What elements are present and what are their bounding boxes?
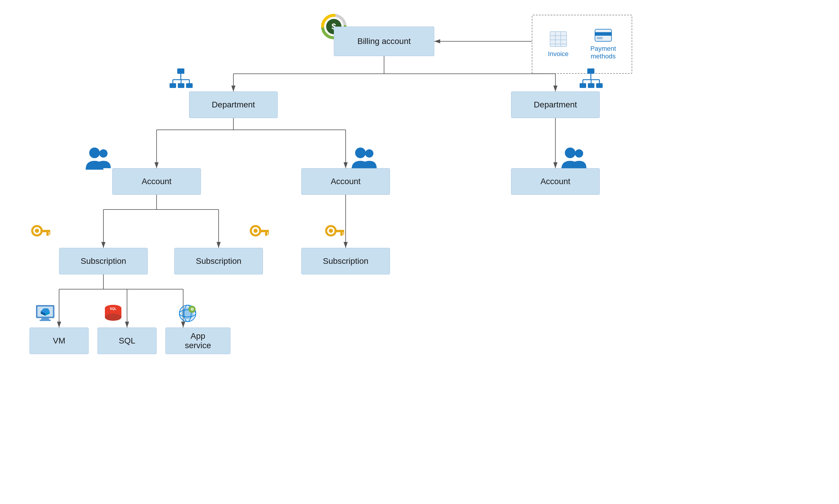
acct-right-label: Account — [540, 177, 570, 186]
svg-rect-68 — [268, 232, 269, 235]
appservice-icon: ⚙ — [177, 304, 198, 325]
invoice-payment-box: Invoice Payment methods — [532, 15, 632, 74]
svg-rect-36 — [170, 83, 176, 88]
svg-point-83 — [105, 314, 121, 321]
svg-rect-26 — [550, 32, 567, 47]
svg-point-56 — [355, 147, 366, 158]
sub-left-node: Subscription — [59, 248, 148, 274]
sql-label: SQL — [119, 336, 135, 345]
svg-point-65 — [254, 229, 258, 233]
svg-rect-33 — [595, 32, 612, 36]
svg-rect-66 — [259, 230, 269, 232]
acct-left-label: Account — [141, 177, 171, 186]
svg-rect-47 — [596, 83, 603, 88]
svg-rect-72 — [340, 232, 343, 236]
acct-mid-label: Account — [330, 177, 360, 186]
billing-account-label: Billing account — [358, 37, 411, 46]
dept-right-icon — [579, 68, 603, 93]
invoice-item: Invoice — [548, 31, 569, 58]
diagram-container: $ Billing account Invoice — [0, 0, 839, 504]
svg-point-54 — [89, 147, 100, 158]
svg-rect-61 — [40, 230, 50, 232]
svg-text:⚙: ⚙ — [190, 307, 194, 312]
sub-midright-label: Subscription — [323, 256, 369, 266]
svg-rect-38 — [186, 83, 193, 88]
sub-midleft-label: Subscription — [196, 256, 241, 266]
acct-left-icon — [83, 145, 112, 175]
payment-item: Payment methods — [590, 29, 616, 60]
svg-point-57 — [575, 149, 583, 158]
svg-point-70 — [329, 229, 333, 233]
svg-rect-77 — [39, 320, 51, 321]
svg-rect-35 — [177, 69, 184, 74]
dept-left-label: Department — [212, 100, 255, 109]
key-left-icon — [31, 224, 50, 248]
svg-point-53 — [99, 149, 107, 158]
dept-left-node: Department — [189, 91, 278, 118]
svg-rect-71 — [335, 230, 344, 232]
svg-rect-62 — [46, 232, 49, 236]
invoice-label: Invoice — [548, 50, 569, 58]
dept-right-node: Department — [511, 91, 600, 118]
svg-rect-46 — [588, 83, 594, 88]
vm-icon — [35, 304, 55, 325]
svg-rect-44 — [587, 69, 594, 74]
svg-rect-63 — [49, 232, 50, 235]
sub-midright-node: Subscription — [301, 248, 390, 274]
svg-rect-67 — [265, 232, 267, 236]
svg-point-58 — [565, 147, 576, 158]
sub-left-label: Subscription — [81, 256, 126, 266]
billing-account-node: Billing account — [334, 26, 434, 56]
svg-rect-37 — [178, 83, 184, 88]
dept-left-icon — [169, 68, 193, 93]
vm-label: VM — [53, 336, 65, 345]
acct-left-node: Account — [112, 168, 201, 195]
svg-rect-76 — [41, 318, 49, 320]
key-midleft-icon — [250, 224, 269, 245]
svg-text:SQL: SQL — [110, 307, 117, 310]
vm-node: VM — [30, 327, 89, 354]
acct-mid-node: Account — [301, 168, 390, 195]
sub-midleft-node: Subscription — [174, 248, 263, 274]
svg-point-55 — [365, 149, 373, 158]
sql-icon: SQL — [103, 304, 123, 325]
svg-rect-34 — [597, 37, 603, 39]
svg-rect-45 — [580, 83, 586, 88]
sql-node: SQL — [98, 327, 157, 354]
svg-rect-73 — [343, 232, 344, 235]
dept-right-label: Department — [534, 100, 577, 109]
appservice-label: App service — [185, 331, 211, 350]
key-midright-icon — [325, 224, 344, 245]
svg-point-60 — [35, 229, 39, 233]
acct-right-node: Account — [511, 168, 600, 195]
payment-label: Payment methods — [590, 45, 616, 60]
appservice-node: App service — [166, 327, 230, 354]
